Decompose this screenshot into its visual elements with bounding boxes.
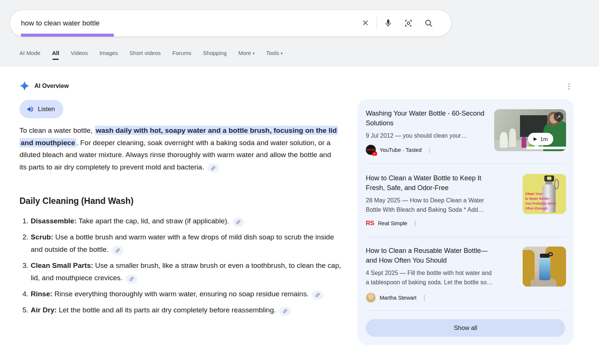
cleaning-steps-list: 1. Disassemble: Take apart the cap, lid,… [19,215,346,320]
expand-icon[interactable]: ↗ [554,112,563,122]
overview-menu-icon[interactable]: ⋮ [565,82,574,91]
step-text: Clean Small Parts: Use a smaller brush, … [31,259,346,284]
card-menu-icon[interactable]: ⋮ [411,220,420,227]
step-number: 2. [19,231,31,256]
step-number: 3. [19,259,31,284]
step-number: 5. [19,304,31,316]
martha-stewart-avatar [366,293,376,303]
citation-link-icon[interactable] [112,246,124,255]
thumbnail-art [522,137,526,148]
tab-more[interactable]: More▾ [238,50,254,60]
tab-all[interactable]: All [52,50,59,60]
step-number: 4. [19,288,31,300]
ai-overview-summary: To clean a water bottle, wash daily with… [19,125,340,173]
search-submit-icon[interactable] [424,19,433,28]
step-text: Rinse: Rinse everything thoroughly with … [31,288,346,300]
clear-search-icon[interactable]: ✕ [361,19,370,28]
tab-shopping[interactable]: Shopping [203,50,226,60]
video-duration: 1m [540,136,548,142]
citation-link-icon[interactable] [312,291,323,300]
video-thumbnail[interactable]: ▶ 1m ↗ [494,109,566,151]
listen-button[interactable]: Listen [19,100,63,118]
source-card-snippet: 9 Jul 2012 — you should clean your… [366,131,492,140]
tab-short-videos[interactable]: Short videos [130,50,161,60]
tab-forums[interactable]: Forums [172,50,191,60]
search-header: how to clean water bottle ✕ [0,0,599,67]
list-item: 1. Disassemble: Take apart the cap, lid,… [19,215,346,227]
thumbnail-art [500,132,508,148]
source-card-title[interactable]: How to Clean a Reusable Water Bottle—and… [366,246,495,265]
citation-link-icon[interactable] [126,275,137,284]
citation-link-icon[interactable] [279,307,291,316]
summary-text: To clean a water bottle, [19,126,95,134]
play-icon: ▶ [533,136,537,141]
chevron-down-icon: ▾ [281,51,283,55]
article-thumbnail[interactable] [523,247,566,287]
citation-link-icon[interactable] [232,218,244,227]
list-item: 3. Clean Small Parts: Use a smaller brus… [19,259,346,284]
citation-link-icon[interactable] [207,163,219,172]
ai-overview-header: AI Overview [19,81,69,91]
list-item: 4. Rinse: Rinse everything thoroughly wi… [19,288,346,300]
card-menu-icon[interactable]: ⋮ [420,294,429,301]
tab-videos[interactable]: Videos [71,50,88,60]
ai-sparkle-icon [19,81,30,91]
source-attribution: RS Real Simple ⋮ [366,220,420,227]
step-text: Air Dry: Let the bottle and all its part… [31,304,346,316]
listen-label: Listen [38,105,55,113]
real-simple-logo: RS [366,220,374,227]
youtube-channel-avatar: TASTED [366,145,376,155]
source-card-snippet: 28 May 2025 — How to Deep Clean a Water … [366,196,495,214]
microphone-icon[interactable] [384,19,393,28]
thumbnail-art [554,179,559,189]
thumbnail-art [547,177,551,180]
article-thumbnail[interactable]: Clean Your le Water Bottle– You Probably… [523,174,566,214]
source-name: Martha Stewart [380,295,416,301]
list-item: 2. Scrub: Use a bottle brush and warm wa… [19,231,346,256]
source-card-title[interactable]: Washing Your Water Bottle - 60-Second So… [366,108,492,128]
card-menu-icon[interactable]: ⋮ [425,147,434,153]
thumbnail-caption: Clean Your le Water Bottle– You Probably… [525,192,556,211]
play-button[interactable]: ▶ 1m [528,133,553,145]
divider [366,237,565,237]
tab-tools[interactable]: Tools▾ [266,50,283,60]
thumbnail-art [548,252,553,256]
search-bar-divider [377,16,377,30]
source-name: YouTube · Tasted [380,147,422,153]
google-lens-icon[interactable] [404,19,413,28]
list-item: 5. Air Dry: Let the bottle and all its p… [19,304,346,316]
step-text: Scrub: Use a bottle brush and warm water… [31,231,346,256]
tab-ai-mode[interactable]: AI Mode [19,50,40,60]
show-all-button[interactable]: Show all [366,319,565,337]
divider [366,311,565,311]
search-input[interactable]: how to clean water bottle [21,19,361,27]
section-heading: Daily Cleaning (Hand Wash) [19,196,134,206]
divider [366,163,565,164]
sources-panel: Washing Your Water Bottle - 60-Second So… [358,99,574,345]
youtube-badge-icon [372,152,377,156]
results-tab-bar: AI Mode All Videos Images Short videos F… [19,50,283,60]
source-card-title[interactable]: How to Clean a Water Bottle to Keep It F… [366,173,495,193]
thumbnail-art [539,257,550,280]
google-search-results-page: how to clean water bottle ✕ [0,0,599,364]
step-number: 1. [19,215,31,227]
speaker-icon [27,105,34,113]
source-attribution: Martha Stewart ⋮ [366,293,429,303]
source-attribution: TASTED YouTube · Tasted ⋮ [366,145,434,155]
search-bar-icons: ✕ [361,16,433,30]
video-progress-bar [526,147,566,149]
tab-images[interactable]: Images [100,50,118,60]
source-name: Real Simple [378,220,407,226]
step-text: Disassemble: Take apart the cap, lid, an… [31,215,346,227]
chevron-down-icon: ▾ [253,51,255,55]
thumbnail-art [509,129,516,147]
ai-overview-title: AI Overview [34,83,69,89]
search-bar[interactable]: how to clean water bottle ✕ [10,10,451,36]
source-card-snippet: 4 Sept 2025 — Fill the bottle with hot w… [366,268,495,287]
loading-progress-bar [21,34,114,37]
